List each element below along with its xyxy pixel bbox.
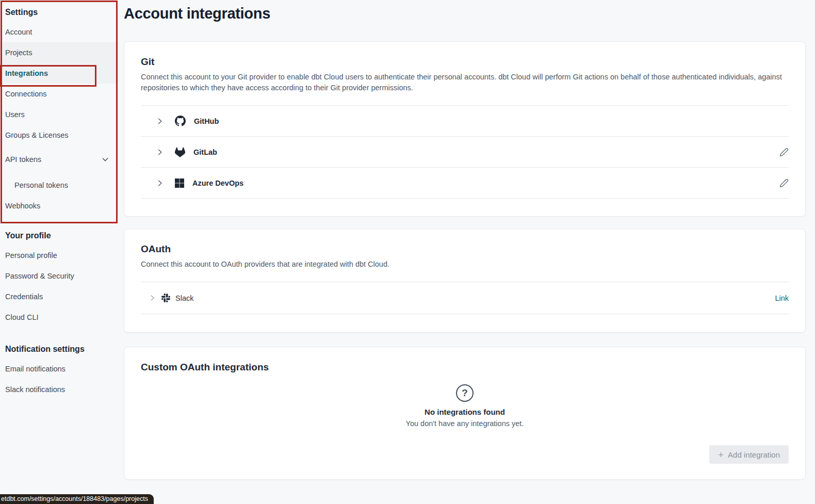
custom-oauth-heading: Custom OAuth integrations xyxy=(141,362,789,373)
sidebar-item-webhooks[interactable]: Webhooks xyxy=(0,196,119,216)
integration-row-slack[interactable]: Slack Link xyxy=(141,282,789,314)
chevron-down-icon[interactable] xyxy=(101,155,109,164)
sidebar-section-your-profile: Your profile Personal profile Password &… xyxy=(0,223,119,328)
sidebar-item-groups-licenses[interactable]: Groups & Licenses xyxy=(0,125,119,145)
sidebar-item-email-notifications[interactable]: Email notifications xyxy=(0,359,119,379)
question-circle-icon: ? xyxy=(456,384,474,402)
slack-icon xyxy=(161,294,170,302)
sidebar-item-cloud-cli[interactable]: Cloud CLI xyxy=(0,307,119,328)
main-content: Account integrations Git Connect this ac… xyxy=(124,0,806,22)
git-section-card: Git Connect this account to your Git pro… xyxy=(124,41,806,217)
sidebar-item-label: Connections xyxy=(5,90,47,98)
sidebar-item-api-tokens[interactable]: API tokens xyxy=(0,149,119,170)
chevron-right-icon[interactable] xyxy=(156,180,164,187)
sidebar-header-your-profile: Your profile xyxy=(0,223,119,245)
git-provider-list: GitHub GitLab xyxy=(141,105,789,199)
github-icon xyxy=(175,116,186,126)
git-section-heading: Git xyxy=(141,56,789,68)
integration-name: GitLab xyxy=(193,148,217,156)
pencil-icon[interactable] xyxy=(779,178,789,188)
sidebar-item-label: Slack notifications xyxy=(5,385,65,394)
chevron-right-icon[interactable] xyxy=(156,149,164,156)
sidebar-item-label: API tokens xyxy=(5,155,41,164)
settings-sidebar: Settings Account Projects Integrations C… xyxy=(0,0,119,504)
sidebar-item-label: Integrations xyxy=(5,69,48,77)
empty-state-title: No integrations found xyxy=(141,408,789,416)
sidebar-item-personal-profile[interactable]: Personal profile xyxy=(0,245,119,266)
sidebar-item-account[interactable]: Account xyxy=(0,22,119,42)
slack-link-action[interactable]: Link xyxy=(775,294,789,302)
oauth-section-card: OAuth Connect this account to OAuth prov… xyxy=(124,229,806,333)
page-title: Account integrations xyxy=(124,5,806,22)
add-integration-label: Add integration xyxy=(728,450,780,459)
empty-state: ? No integrations found You don't have a… xyxy=(141,384,789,428)
sidebar-section-notification-settings: Notification settings Email notification… xyxy=(0,337,119,400)
pencil-icon[interactable] xyxy=(779,148,789,157)
custom-oauth-section-card: Custom OAuth integrations ? No integrati… xyxy=(124,347,806,480)
oauth-provider-list: Slack Link xyxy=(141,282,789,314)
sidebar-item-label: Cloud CLI xyxy=(5,313,38,321)
sidebar-item-personal-tokens[interactable]: Personal tokens xyxy=(0,175,119,196)
status-url-bar: etdbt.com/settings/accounts/188483/pages… xyxy=(0,494,154,504)
integration-row-azure-devops[interactable]: Azure DevOps xyxy=(141,168,789,199)
add-integration-button[interactable]: + Add integration xyxy=(709,445,789,464)
git-section-description: Connect this account to your Git provide… xyxy=(141,72,789,93)
integration-row-github[interactable]: GitHub xyxy=(141,106,789,137)
empty-state-subtitle: You don't have any integrations yet. xyxy=(141,419,789,428)
sidebar-item-label: Groups & Licenses xyxy=(5,131,69,139)
sidebar-item-label: Projects xyxy=(5,48,32,57)
chevron-right-icon[interactable] xyxy=(156,118,164,125)
sidebar-item-label: Users xyxy=(5,110,25,119)
sidebar-item-credentials[interactable]: Credentials xyxy=(0,286,119,307)
azure-devops-icon xyxy=(175,178,184,188)
sidebar-item-label: Credentials xyxy=(5,292,43,301)
sidebar-item-label: Password & Security xyxy=(5,272,74,280)
status-url-text: etdbt.com/settings/accounts/188483/pages… xyxy=(1,495,148,502)
plus-icon: + xyxy=(718,450,724,460)
sidebar-item-label: Email notifications xyxy=(5,365,66,373)
sidebar-header-settings: Settings xyxy=(0,0,119,22)
oauth-section-heading: OAuth xyxy=(141,243,789,255)
sidebar-item-label: Personal profile xyxy=(5,251,57,259)
sidebar-item-label: Webhooks xyxy=(5,202,40,210)
sidebar-header-notification-settings: Notification settings xyxy=(0,337,119,359)
oauth-section-description: Connect this account to OAuth providers … xyxy=(141,259,789,270)
sidebar-item-users[interactable]: Users xyxy=(0,104,119,125)
sidebar-item-password-security[interactable]: Password & Security xyxy=(0,266,119,286)
chevron-right-icon[interactable] xyxy=(149,295,156,301)
sidebar-item-projects[interactable]: Projects xyxy=(0,42,119,63)
integration-row-gitlab[interactable]: GitLab xyxy=(141,137,789,168)
sidebar-item-label: Account xyxy=(5,28,32,36)
integration-name: GitHub xyxy=(194,117,219,125)
sidebar-item-label: Personal tokens xyxy=(14,181,68,189)
integration-name: Azure DevOps xyxy=(192,179,243,187)
gitlab-icon xyxy=(175,147,185,157)
integration-name: Slack xyxy=(175,294,193,302)
sidebar-item-integrations[interactable]: Integrations xyxy=(0,63,119,84)
sidebar-item-connections[interactable]: Connections xyxy=(0,84,119,104)
sidebar-item-slack-notifications[interactable]: Slack notifications xyxy=(0,379,119,400)
